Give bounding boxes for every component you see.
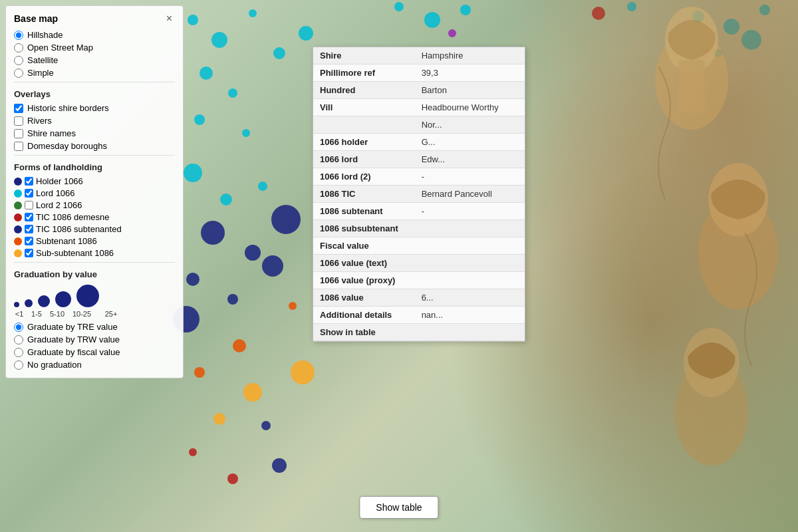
- map-dot: [184, 164, 202, 182]
- info-value-1066-value-proxy: [415, 272, 525, 289]
- tic-demesne-dot: [14, 213, 22, 221]
- grad-dot-3: [38, 295, 50, 307]
- info-value-show-in-table: [415, 324, 525, 341]
- close-button[interactable]: ×: [164, 13, 175, 25]
- form-subtenant-1086[interactable]: Subtenant 1086: [14, 236, 175, 246]
- grad-dot-2: [25, 299, 33, 307]
- map-dot: [289, 302, 297, 310]
- basemap-hillshade[interactable]: Hillshade: [14, 30, 175, 40]
- info-row-shire: Shire Hampshire: [313, 47, 525, 65]
- map-dot: [245, 245, 261, 261]
- map-dot: [211, 32, 227, 48]
- base-map-options: Hillshade Open Street Map Satellite Simp…: [14, 30, 175, 78]
- info-value-1086-value: 6...: [415, 289, 525, 307]
- subsubtenant-1086-dot: [14, 249, 22, 257]
- overlay-domesday-boroughs[interactable]: Domesday boroughs: [14, 141, 175, 151]
- info-row-1066-holder: 1066 holder G...: [313, 134, 525, 151]
- map-dot: [262, 255, 283, 277]
- form-holder-1066[interactable]: Holder 1066: [14, 176, 175, 186]
- map-dot: [188, 15, 198, 25]
- info-row-1066-lord2: 1066 lord (2) -: [313, 168, 525, 186]
- map-dot: [194, 367, 205, 378]
- map-dot: [201, 221, 225, 245]
- info-label-show-in-table: Show in table: [313, 324, 415, 341]
- info-value-1086-subsubtenant: [415, 220, 525, 237]
- info-value-vill: Headbourne Worthy: [415, 99, 525, 116]
- info-label-1066-lord: 1066 lord: [313, 151, 415, 168]
- info-row-1086-value: 1086 value 6...: [313, 289, 525, 307]
- grad-trw[interactable]: Graduate by TRW value: [14, 334, 175, 344]
- basemap-osm[interactable]: Open Street Map: [14, 43, 175, 53]
- info-label-1066-lord2: 1066 lord (2): [313, 168, 415, 186]
- map-dot: [227, 294, 238, 305]
- map-dot: [243, 383, 262, 402]
- map-dot: [186, 273, 200, 286]
- info-label-1066-holder: 1066 holder: [313, 134, 415, 151]
- map-dot: [227, 473, 238, 484]
- grad-dot-5: [76, 285, 99, 307]
- info-label-1086-subtenant: 1086 subtenant: [313, 203, 415, 220]
- map-dot: [233, 339, 246, 352]
- info-row-hundred: Hundred Barton: [313, 82, 525, 99]
- info-row-1066-lord: 1066 lord Edw...: [313, 151, 525, 168]
- form-subsubtenant-1086[interactable]: Sub-subtenant 1086: [14, 248, 175, 258]
- map-dot: [189, 448, 197, 456]
- map-dot: [200, 66, 213, 80]
- grad-dot-1: [14, 302, 19, 307]
- basemap-satellite[interactable]: Satellite: [14, 55, 175, 65]
- grad-none[interactable]: No graduation: [14, 360, 175, 370]
- graduation-section-label: Graduation by value: [14, 269, 175, 279]
- info-value-1066-lord: Edw...: [415, 151, 525, 168]
- info-value-1086-subtenant: -: [415, 203, 525, 220]
- info-label-1086-value: 1086 value: [313, 289, 415, 307]
- map-dot: [272, 458, 287, 473]
- info-label-phillimore: Phillimore ref: [313, 65, 415, 82]
- lord-1066-dot: [14, 190, 22, 198]
- overlays-section-label: Overlays: [14, 89, 175, 99]
- forms-section-label: Forms of landholding: [14, 162, 175, 172]
- map-dot: [261, 421, 271, 430]
- info-row-1066-value-proxy: 1066 value (proxy): [313, 272, 525, 289]
- info-value-hundred: Barton: [415, 82, 525, 99]
- info-label-1086-tic: 1086 TIC: [313, 186, 415, 203]
- info-value-1086-tic: Bernard Pancevoll: [415, 186, 525, 203]
- info-value-fiscal-value: [415, 237, 525, 255]
- overlay-rivers[interactable]: Rivers: [14, 116, 175, 126]
- form-lord-1066[interactable]: Lord 1066: [14, 188, 175, 198]
- info-label-additional: Additional details: [313, 307, 415, 324]
- basemap-simple[interactable]: Simple: [14, 68, 175, 78]
- info-row-1066-value-text: 1066 value (text): [313, 255, 525, 272]
- map-dot: [394, 2, 404, 11]
- overlay-shire-names[interactable]: Shire names: [14, 128, 175, 138]
- grad-tre[interactable]: Graduate by TRE value: [14, 322, 175, 332]
- info-popup: Shire Hampshire Phillimore ref 39,3 Hund…: [313, 47, 525, 342]
- form-tic-subtenanted[interactable]: TIC 1086 subtenanted: [14, 224, 175, 234]
- map-dot: [299, 26, 313, 41]
- info-value-1066-value-text: [415, 255, 525, 272]
- lord2-1066-dot: [14, 201, 22, 209]
- info-label-shire: Shire: [313, 47, 415, 65]
- left-panel: Base map × Hillshade Open Street Map Sat…: [5, 5, 184, 378]
- map-dot: [242, 129, 250, 137]
- grad-dot-4: [55, 291, 71, 307]
- info-value-1066-holder: G...: [415, 134, 525, 151]
- info-row-phillimore: Phillimore ref 39,3: [313, 65, 525, 82]
- info-row-1086-subtenant: 1086 subtenant -: [313, 203, 525, 220]
- info-row-fiscal-value: Fiscal value: [313, 237, 525, 255]
- show-table-button[interactable]: Show table: [359, 496, 438, 519]
- grad-fiscal[interactable]: Graduate by fiscal value: [14, 347, 175, 357]
- overlay-historic-borders[interactable]: Historic shire borders: [14, 103, 175, 113]
- info-value-1066-lord2: -: [415, 168, 525, 186]
- info-label-1066-value-proxy: 1066 value (proxy): [313, 272, 415, 289]
- info-label-nor: [313, 116, 415, 134]
- form-tic-demesne[interactable]: TIC 1086 demesne: [14, 212, 175, 222]
- tic-subtenanted-dot: [14, 225, 22, 233]
- info-label-1066-value-text: 1066 value (text): [313, 255, 415, 272]
- info-label-1086-subsubtenant: 1086 subsubtenant: [313, 220, 415, 237]
- info-row-show-in-table[interactable]: Show in table: [313, 324, 525, 341]
- graduation-options: Graduate by TRE value Graduate by TRW va…: [14, 322, 175, 370]
- form-lord2-1066[interactable]: Lord 2 1066: [14, 200, 175, 210]
- info-row-additional: Additional details nan...: [313, 307, 525, 324]
- map-dot: [228, 88, 237, 98]
- panel-title: Base map: [14, 13, 58, 24]
